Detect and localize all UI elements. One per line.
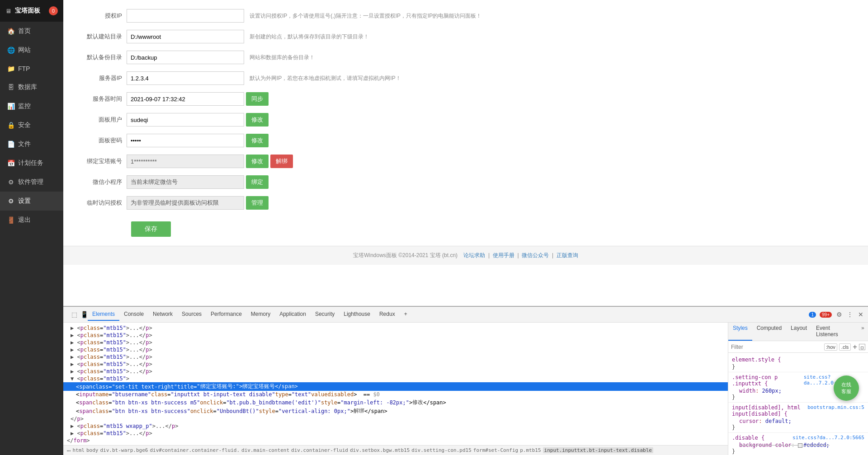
tab-elements[interactable]: Elements <box>88 308 119 321</box>
device-icon[interactable]: 📱 <box>80 311 88 318</box>
html-line[interactable]: <input name="btusername" class="inputtxt… <box>63 391 728 398</box>
sidebar-item-cron[interactable]: 📅 计划任务 <box>0 154 63 173</box>
breadcrumb-body[interactable]: body <box>86 447 99 453</box>
tab-security[interactable]: Security <box>311 308 339 321</box>
edit-bt-account-button[interactable]: 修改 <box>246 155 269 168</box>
tab-console[interactable]: Console <box>119 308 148 321</box>
breadcrumb-html[interactable]: html <box>72 447 85 453</box>
edit-password-button[interactable]: 修改 <box>246 134 269 147</box>
footer-link-manual[interactable]: 使用手册 <box>493 252 514 258</box>
save-button[interactable]: 保存 <box>131 221 171 237</box>
sidebar-item-ftp[interactable]: 📁 FTP <box>0 60 63 78</box>
html-line[interactable]: ▶ <p class="mtb15">...</p> <box>63 339 728 346</box>
style-selector: element.style { <box>732 356 864 363</box>
breadcrumb-btwarp[interactable]: div.bt-warp.bge6 <box>100 447 148 453</box>
breadcrumb-form[interactable]: form#set-Config <box>473 447 518 453</box>
breadcrumb-fluid[interactable]: div.container-fluid <box>291 447 348 453</box>
sidebar-item-monitor[interactable]: 📊 监控 <box>0 97 63 116</box>
html-line[interactable]: ▶ <p class="mtb15">...</p> <box>63 353 728 361</box>
cls-button[interactable]: .cls <box>839 343 851 351</box>
footer-link-wechat[interactable]: 微信公众号 <box>522 252 549 258</box>
input-auth-ip[interactable] <box>127 9 244 23</box>
styles-tab-more[interactable]: » <box>858 323 868 341</box>
html-line[interactable]: ▶ <p class="mtb15">...</p> <box>63 332 728 339</box>
new-style-rule-icon[interactable]: □ <box>859 344 865 350</box>
html-panel[interactable]: ▶ <p class="mtb15">...</p> ▶ <p class="m… <box>63 323 728 445</box>
html-line[interactable]: </form> <box>63 437 728 444</box>
sidebar-item-files[interactable]: 📄 文件 <box>0 135 63 154</box>
html-line[interactable]: ▶ <p class="mtb15">...</p> <box>63 368 728 375</box>
html-line[interactable]: ▶ <p class="mtb15">...</p> <box>63 346 728 353</box>
style-source-link[interactable]: site.css?da...7.2.0:5665 <box>793 435 864 442</box>
input-server-ip[interactable] <box>127 71 244 85</box>
tab-performance[interactable]: Performance <box>206 308 246 321</box>
footer-link-verify[interactable]: 正版查询 <box>557 252 578 258</box>
styles-tab-styles[interactable]: Styles <box>728 323 752 341</box>
inspect-icon[interactable]: ⬚ <box>71 311 78 318</box>
tab-add[interactable]: + <box>400 308 412 321</box>
tab-sources[interactable]: Sources <box>177 308 206 321</box>
edit-user-button[interactable]: 修改 <box>246 113 269 127</box>
tab-network[interactable]: Network <box>148 308 177 321</box>
html-line[interactable]: ▼ <p class="mtb15"> <box>63 375 728 382</box>
footer-link-forum[interactable]: 论坛求助 <box>463 252 485 258</box>
unbind-bt-account-button[interactable]: 解绑 <box>270 155 293 168</box>
input-backup-dir[interactable] <box>127 51 244 64</box>
breadcrumb-container[interactable]: div#container.container-fluid. <box>150 447 240 453</box>
style-source-link[interactable]: bootstrap.min.css:5 <box>807 404 864 418</box>
online-service-button[interactable]: 在线 客服 <box>834 375 859 401</box>
logout-icon: 🚪 <box>7 216 14 224</box>
tab-lighthouse[interactable]: Lighthouse <box>339 308 375 321</box>
breadcrumb-pmtb15[interactable]: p.mtb15 <box>520 447 541 453</box>
html-line[interactable]: ▶ <p class="mtb15">...</p> <box>63 361 728 368</box>
manage-temp-access-button[interactable]: 管理 <box>246 196 269 210</box>
sidebar-item-security[interactable]: 🔒 安全 <box>0 116 63 135</box>
breadcrumb-main[interactable]: div.main-content <box>241 447 289 453</box>
sidebar-item-software[interactable]: ⚙ 软件管理 <box>0 173 63 192</box>
style-close: } <box>732 448 864 455</box>
html-line[interactable]: <span class="btn btn-xs btn-success" onc… <box>63 407 728 415</box>
input-site-dir[interactable] <box>127 30 244 43</box>
input-bt-account[interactable] <box>127 155 244 168</box>
input-wechat[interactable] <box>127 175 244 189</box>
form-row-site-dir: 默认建站目录 新创建的站点，默认将保存到该目录的下级目录！ <box>77 30 854 43</box>
sidebar-item-website[interactable]: 🌐 网站 <box>0 41 63 60</box>
tab-memory[interactable]: Memory <box>246 308 275 321</box>
styles-filter-input[interactable] <box>731 344 822 350</box>
software-icon: ⚙ <box>7 178 14 186</box>
html-line[interactable]: ▶ <p class="mtb15 wxapp_p">...</p> <box>63 422 728 430</box>
devtools-more-icon[interactable]: ⋮ <box>846 311 854 318</box>
bind-wechat-button[interactable]: 绑定 <box>246 175 269 189</box>
input-panel-password[interactable] <box>127 134 244 147</box>
html-line[interactable]: </p> <box>63 415 728 422</box>
html-line[interactable]: ▶ <p class="mtb15">...</p> <box>63 430 728 437</box>
breadcrumb-settingcon[interactable]: div.setting-con.pd15 <box>411 447 471 453</box>
form-row-wechat: 微信小程序 绑定 <box>77 175 854 189</box>
devtools-right-icons: 1 99+ ⚙ ⋮ ✕ <box>809 311 864 318</box>
label-panel-password: 面板密码 <box>77 136 127 145</box>
input-server-time[interactable] <box>127 92 244 106</box>
input-temp-access[interactable] <box>127 196 244 210</box>
styles-tab-event[interactable]: Event Listeners <box>811 323 858 341</box>
input-panel-user[interactable] <box>127 113 244 127</box>
add-style-button[interactable]: + <box>853 342 857 351</box>
breadcrumb-setbox[interactable]: div.setbox.bgw.mtb15 <box>350 447 410 453</box>
sidebar-item-home[interactable]: 🏠 首页 <box>0 22 63 41</box>
html-line-selected[interactable]: <span class="set-tit text-right" title="… <box>63 382 728 391</box>
sidebar-item-settings[interactable]: ⚙ 设置 <box>0 192 63 211</box>
html-line[interactable]: <span class="btn btn-xs btn-success m5" … <box>63 398 728 407</box>
sidebar-item-database[interactable]: 🗄 数据库 <box>0 78 63 97</box>
tab-redux[interactable]: Redux <box>375 308 400 321</box>
devtools-settings-icon[interactable]: ⚙ <box>835 311 843 318</box>
sidebar-item-logout[interactable]: 🚪 退出 <box>0 211 63 230</box>
ftp-icon: 📁 <box>7 65 14 72</box>
pseudo-classes-button[interactable]: :hov <box>824 343 837 351</box>
breadcrumb-input[interactable]: input.inputtxt.bt-input-text.disable <box>543 447 653 453</box>
form-row-server-time: 服务器时间 同步 <box>77 92 854 106</box>
tab-application[interactable]: Application <box>275 308 311 321</box>
sync-time-button[interactable]: 同步 <box>246 92 269 106</box>
styles-tab-layout[interactable]: Layout <box>786 323 811 341</box>
html-line[interactable]: ▶ <p class="mtb15">...</p> <box>63 324 728 332</box>
devtools-close-icon[interactable]: ✕ <box>857 311 864 318</box>
styles-tab-computed[interactable]: Computed <box>752 323 786 341</box>
